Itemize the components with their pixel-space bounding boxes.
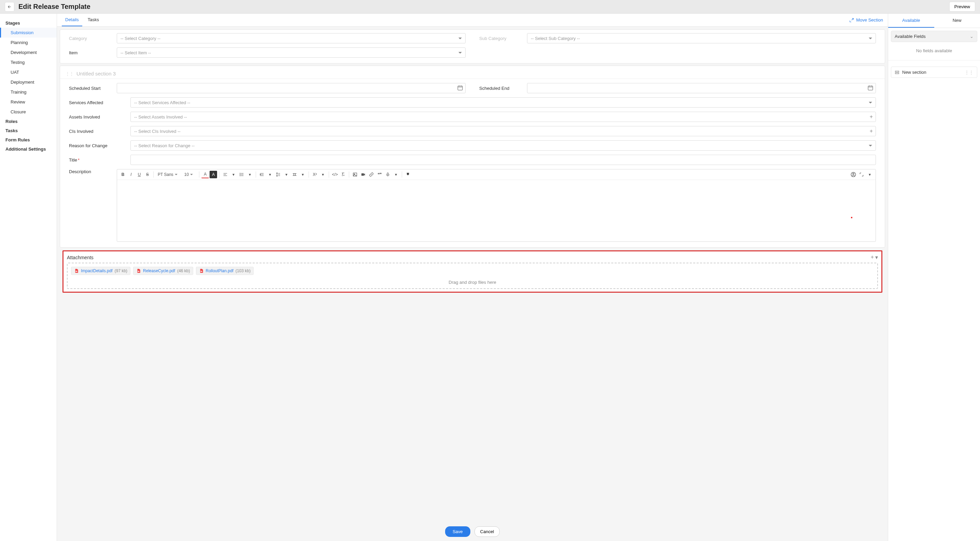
new-section-button[interactable]: New section ⋮⋮ bbox=[891, 67, 977, 78]
move-section-link[interactable]: Move Section bbox=[849, 18, 883, 22]
editor-body[interactable] bbox=[117, 180, 875, 241]
font-color-button[interactable]: A bbox=[201, 171, 209, 178]
quote-button[interactable]: ❝❞ bbox=[376, 171, 383, 178]
attachment-chip[interactable]: ReleaseCycle.pdf (46 kb) bbox=[133, 267, 193, 275]
microphone-button[interactable] bbox=[384, 171, 391, 178]
right-tab-available[interactable]: Available bbox=[888, 14, 934, 28]
label-scheduled-start: Scheduled Start bbox=[69, 86, 117, 91]
underline-button[interactable]: U bbox=[135, 171, 143, 178]
sidebar-section-tasks[interactable]: Tasks bbox=[0, 126, 57, 135]
label-item: Item bbox=[69, 50, 117, 55]
attachment-filesize: (46 kb) bbox=[177, 268, 190, 273]
chevron-down-icon[interactable]: ▾ bbox=[283, 171, 290, 178]
sidebar-section-stages[interactable]: Stages bbox=[0, 18, 57, 28]
save-button[interactable]: Save bbox=[445, 526, 470, 537]
available-fields-label: Available Fields bbox=[895, 34, 926, 39]
sidebar-item-development[interactable]: Development bbox=[0, 48, 57, 57]
input-scheduled-end[interactable] bbox=[527, 83, 876, 93]
italic-button[interactable]: I bbox=[127, 171, 135, 178]
attachment-filesize: (103 kb) bbox=[235, 268, 251, 273]
cancel-button[interactable]: Cancel bbox=[474, 526, 500, 537]
back-button[interactable] bbox=[5, 2, 14, 12]
svg-rect-0 bbox=[458, 86, 463, 90]
select-assets-involved[interactable]: -- Select Assets Involved -- + bbox=[130, 112, 876, 122]
drag-handle-icon[interactable]: ⋮⋮ bbox=[65, 71, 74, 76]
chevron-down-icon[interactable]: ▾ bbox=[246, 171, 254, 178]
line-height-button[interactable] bbox=[274, 171, 282, 178]
spacing-button[interactable] bbox=[291, 171, 298, 178]
chevron-down-icon: ⌄ bbox=[970, 34, 974, 39]
input-title[interactable] bbox=[130, 155, 876, 165]
label-assets-involved: Assets Involved bbox=[69, 115, 117, 120]
chevron-down-icon[interactable]: ▾ bbox=[319, 171, 327, 178]
sidebar-item-uat[interactable]: UAT bbox=[0, 67, 57, 77]
superscript-button[interactable]: X² bbox=[311, 171, 318, 178]
sidebar-section-additional-settings[interactable]: Additional Settings bbox=[0, 144, 57, 154]
select-item[interactable]: -- Select Item -- bbox=[117, 48, 466, 58]
attachment-chip[interactable]: RolloutPlan.pdf (103 kb) bbox=[196, 267, 254, 275]
highlight-button[interactable]: A bbox=[210, 171, 217, 178]
available-fields-header[interactable]: Available Fields ⌄ bbox=[891, 31, 977, 42]
sidebar-item-testing[interactable]: Testing bbox=[0, 57, 57, 67]
sidebar-section-form-rules[interactable]: Form Rules bbox=[0, 135, 57, 144]
attachment-filename: ReleaseCycle.pdf bbox=[143, 268, 175, 273]
tab-tasks[interactable]: Tasks bbox=[84, 14, 102, 26]
attachment-options-button[interactable]: ▾ bbox=[875, 254, 878, 260]
chevron-down-icon[interactable]: ▾ bbox=[866, 171, 873, 178]
more-button[interactable] bbox=[404, 171, 412, 178]
chevron-down-icon[interactable]: ▾ bbox=[266, 171, 274, 178]
indent-button[interactable] bbox=[258, 171, 266, 178]
sidebar-item-planning[interactable]: Planning bbox=[0, 38, 57, 48]
sidebar-item-deployment[interactable]: Deployment bbox=[0, 77, 57, 87]
drag-handle-icon[interactable]: ⋮⋮ bbox=[965, 70, 974, 75]
section-3-header[interactable]: ⋮⋮ Untitled section 3 bbox=[60, 67, 885, 78]
svg-rect-11 bbox=[895, 71, 899, 72]
left-sidebar: Stages Submission Planning Development T… bbox=[0, 14, 57, 541]
select-subcategory[interactable]: -- Select Sub Category -- bbox=[527, 33, 876, 43]
attachments-drop-text: Drag and drop files here bbox=[71, 278, 874, 285]
video-button[interactable] bbox=[360, 171, 367, 178]
plus-icon[interactable]: + bbox=[870, 128, 873, 134]
attachment-chip[interactable]: ImpactDetails.pdf (97 kb) bbox=[71, 267, 130, 275]
code-button[interactable]: </> bbox=[331, 171, 339, 178]
new-section-label: New section bbox=[902, 70, 926, 75]
chevron-down-icon[interactable]: ▾ bbox=[392, 171, 400, 178]
user-button[interactable] bbox=[850, 171, 857, 178]
image-button[interactable] bbox=[351, 171, 359, 178]
select-category[interactable]: -- Select Category -- bbox=[117, 33, 466, 43]
bold-button[interactable]: B bbox=[119, 171, 127, 178]
calendar-icon bbox=[867, 85, 873, 91]
link-button[interactable] bbox=[368, 171, 375, 178]
align-button[interactable] bbox=[221, 171, 229, 178]
sidebar-item-review[interactable]: Review bbox=[0, 97, 57, 107]
clear-format-button[interactable] bbox=[339, 171, 347, 178]
select-services-affected[interactable]: -- Select Services Affected -- bbox=[130, 97, 876, 108]
select-cis-involved[interactable]: -- Select CIs Involved -- + bbox=[130, 126, 876, 136]
tab-details[interactable]: Details bbox=[62, 14, 82, 26]
right-tab-new[interactable]: New bbox=[934, 14, 980, 28]
font-family-select[interactable]: PT Sans bbox=[156, 171, 181, 177]
preview-button[interactable]: Preview bbox=[949, 2, 975, 12]
no-fields-available: No fields available bbox=[888, 45, 980, 57]
label-subcategory: Sub Category bbox=[479, 36, 527, 41]
pdf-icon bbox=[199, 268, 204, 273]
plus-icon[interactable]: + bbox=[870, 114, 873, 120]
list-button[interactable] bbox=[238, 171, 245, 178]
chevron-down-icon[interactable]: ▾ bbox=[299, 171, 307, 178]
sidebar-item-submission[interactable]: Submission bbox=[0, 28, 57, 38]
attachment-filename: RolloutPlan.pdf bbox=[206, 268, 234, 273]
chevron-down-icon[interactable]: ▾ bbox=[230, 171, 237, 178]
sidebar-section-roles[interactable]: Roles bbox=[0, 117, 57, 126]
svg-point-2 bbox=[240, 173, 240, 174]
attachment-filename: ImpactDetails.pdf bbox=[81, 268, 113, 273]
attachment-add-button[interactable]: + bbox=[871, 254, 874, 260]
input-scheduled-start[interactable] bbox=[117, 83, 466, 93]
select-reason-for-change[interactable]: -- Select Reason for Change -- bbox=[130, 140, 876, 151]
font-size-select[interactable]: 10 bbox=[182, 171, 197, 177]
sidebar-item-closure[interactable]: Closure bbox=[0, 107, 57, 117]
strikethrough-button[interactable]: S bbox=[144, 171, 151, 178]
sidebar-item-training[interactable]: Training bbox=[0, 87, 57, 97]
assets-involved-placeholder: -- Select Assets Involved -- bbox=[134, 115, 187, 120]
expand-button[interactable] bbox=[858, 171, 865, 178]
attachments-dropzone[interactable]: ImpactDetails.pdf (97 kb) ReleaseCycle.p… bbox=[67, 263, 878, 289]
